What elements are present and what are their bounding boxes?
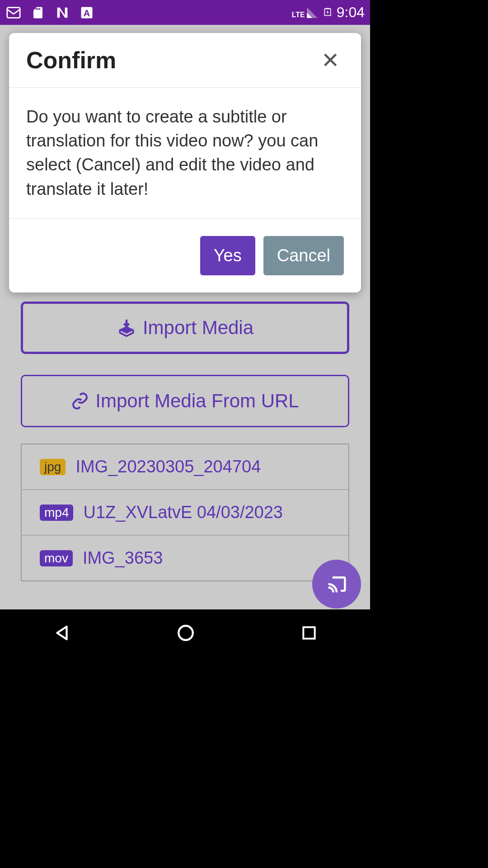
back-button[interactable] [52,623,71,644]
svg-text:A: A [84,8,90,18]
status-left-icons: A [5,5,95,21]
close-icon[interactable]: ✕ [317,47,344,73]
signal-area: LTE [292,6,319,19]
n-icon [54,5,70,21]
main-content: Import Media Import Media From URL jpg I… [0,25,370,609]
navigation-bar [0,609,370,658]
svg-rect-2 [38,8,39,10]
recent-button[interactable] [300,624,318,643]
modal-footer: Yes Cancel [9,219,361,292]
svg-rect-1 [36,8,37,10]
back-icon [52,623,71,642]
modal-body: Do you want to create a subtitle or tran… [9,88,361,219]
home-button[interactable] [176,623,195,644]
modal-title: Confirm [26,47,116,74]
sd-card-icon [30,5,46,21]
modal-header: Confirm ✕ [9,33,361,88]
svg-point-8 [179,626,193,640]
lte-indicator: LTE [292,11,305,19]
a-app-icon: A [79,5,95,21]
svg-rect-0 [7,7,20,18]
svg-rect-9 [303,627,314,638]
cancel-button[interactable]: Cancel [263,236,344,275]
signal-icon [306,6,319,19]
yes-button[interactable]: Yes [200,236,255,275]
home-circle-icon [176,623,195,642]
confirm-modal: Confirm ✕ Do you want to create a subtit… [9,33,361,292]
gmail-icon [5,5,22,21]
modal-overlay: Confirm ✕ Do you want to create a subtit… [0,25,370,609]
recent-square-icon [300,624,318,642]
svg-rect-3 [39,8,41,10]
status-bar: A LTE 9:04 [0,0,370,25]
battery-icon [323,4,332,21]
status-time: 9:04 [337,4,365,21]
status-right-icons: LTE 9:04 [292,4,365,21]
